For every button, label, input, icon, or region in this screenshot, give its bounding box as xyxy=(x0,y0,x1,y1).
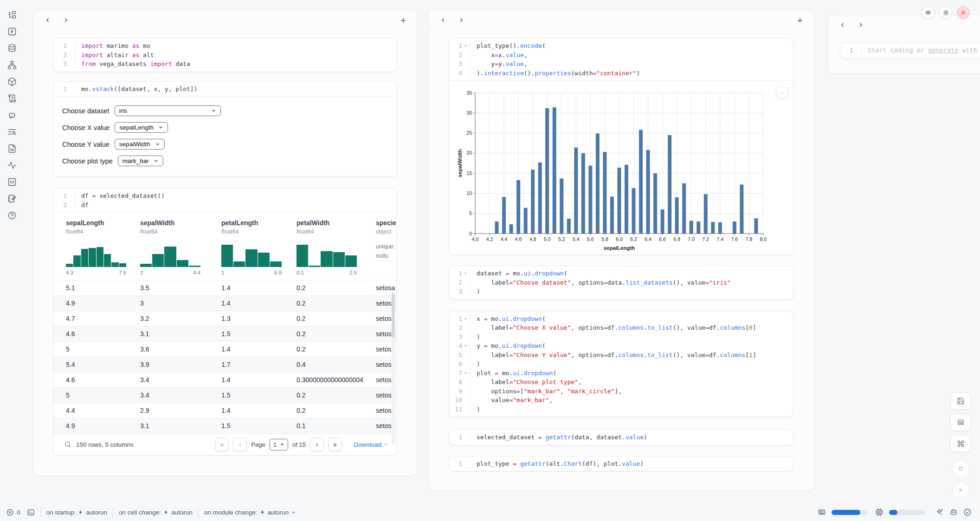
table-cell: 5 xyxy=(66,391,140,399)
tracing-activity-icon[interactable] xyxy=(7,161,17,170)
choose-x-value-select[interactable]: sepalLength xyxy=(115,122,168,133)
fold-chevron-icon[interactable] xyxy=(463,343,469,349)
code-editor[interactable]: 1234567891011 x = mo.ui.dropdown( label=… xyxy=(449,312,793,417)
code-editor[interactable]: 1 selected_dataset = getattr(data, datas… xyxy=(449,430,793,445)
code-lines[interactable]: selected_dataset = getattr(data, dataset… xyxy=(471,433,793,442)
column-name[interactable]: sepalWidth xyxy=(140,219,221,227)
chevron-left-icon[interactable] xyxy=(837,20,847,30)
table-cell: 1.4 xyxy=(221,300,297,307)
page-select[interactable]: 1 xyxy=(270,439,288,450)
table-row[interactable]: 5.43.91.70.4setosa xyxy=(54,357,396,372)
bar xyxy=(618,168,621,234)
chevron-left-icon[interactable] xyxy=(438,15,448,26)
code-editor[interactable]: 123 import marimo as moimport altair as … xyxy=(54,39,396,72)
code-lines[interactable]: plot_type = getattr(alt.Chart(df), plot.… xyxy=(471,459,793,469)
save-icon[interactable] xyxy=(950,392,971,410)
layout-grid-icon[interactable] xyxy=(950,414,971,431)
table-row[interactable]: 4.931.40.2setosa xyxy=(54,295,396,311)
download-button[interactable]: Download xyxy=(354,441,388,448)
on-cell-change-setting[interactable]: on cell change: autorun xyxy=(119,509,193,516)
dependency-graph-icon[interactable] xyxy=(7,60,17,70)
settings-gear-icon[interactable] xyxy=(939,6,952,19)
code-cell-selected-dataset: 1 selected_dataset = getattr(data, datas… xyxy=(449,430,793,445)
package-box-icon[interactable] xyxy=(7,77,17,86)
chat-bot-icon[interactable] xyxy=(7,111,17,120)
scratchpad-icon[interactable] xyxy=(7,194,17,203)
fold-chevron-icon[interactable] xyxy=(463,270,469,276)
choose-plot-type-select[interactable]: mark_bar xyxy=(118,156,163,166)
ai-sparkles-icon[interactable] xyxy=(935,508,944,516)
code-lines[interactable]: plot_type().encode( x=x.value, y=y.value… xyxy=(471,41,793,78)
chevron-right-icon[interactable] xyxy=(61,15,71,26)
chevron-right-icon[interactable] xyxy=(856,20,866,30)
table-row[interactable]: 4.93.11.50.1setosa xyxy=(54,418,396,433)
generate-link[interactable]: generate xyxy=(928,46,958,54)
table-row[interactable]: 4.63.11.50.2setosa xyxy=(54,326,396,341)
prev-page-button[interactable]: ‹ xyxy=(233,438,247,451)
table-row[interactable]: 4.63.41.40.30000000000000004setosa xyxy=(54,372,396,387)
choose-dataset-select[interactable]: iris xyxy=(115,105,221,116)
last-page-button[interactable]: » xyxy=(328,438,342,451)
column-name[interactable]: species xyxy=(376,219,396,227)
search-icon[interactable] xyxy=(64,441,71,448)
code-editor[interactable]: 123 dataset = mo.ui.dropdown( label="Cho… xyxy=(449,266,793,299)
fold-chevron-icon[interactable] xyxy=(463,370,469,376)
add-cell-icon[interactable] xyxy=(400,17,407,24)
stop-icon[interactable] xyxy=(952,460,969,477)
log-search-icon[interactable] xyxy=(7,127,17,137)
document-icon[interactable] xyxy=(7,144,17,153)
code-editor[interactable]: 1 plot_type = getattr(alt.Chart(df), plo… xyxy=(449,456,793,471)
scroll-icon[interactable] xyxy=(7,94,17,103)
run-all-icon[interactable] xyxy=(952,482,969,499)
file-tree-icon[interactable] xyxy=(7,10,17,20)
code-editor[interactable]: 1 Start coding or generate with xyxy=(840,43,980,58)
code-lines[interactable]: mo.vstack([dataset, x, y, plot]) xyxy=(75,85,396,94)
marimo-app: 123 import marimo as moimport altair as … xyxy=(0,0,980,521)
altair-chart[interactable]: 4.04.24.44.64.85.05.25.45.65.86.06.26.46… xyxy=(457,86,769,252)
help-icon[interactable] xyxy=(7,211,17,220)
chevron-left-icon[interactable] xyxy=(42,15,52,26)
page-of-label: of 15 xyxy=(292,441,306,448)
code-editor[interactable]: 1234 plot_type().encode( x=x.value, y=y.… xyxy=(449,39,793,80)
chevron-right-icon[interactable] xyxy=(456,15,466,26)
table-row[interactable]: 53.41.50.2setosa xyxy=(54,387,396,403)
choose-y-value-select[interactable]: sepalWidth xyxy=(115,139,165,150)
connection-check-icon[interactable] xyxy=(963,508,972,516)
line-numbers: 12 xyxy=(54,191,75,209)
fold-spacer xyxy=(463,280,469,286)
add-cell-icon[interactable] xyxy=(796,17,804,24)
code-editor[interactable]: 12 df = selected_dataset()df xyxy=(54,189,396,212)
close-icon[interactable] xyxy=(957,6,970,19)
table-scrollbar[interactable] xyxy=(392,293,395,444)
on-startup-setting[interactable]: on startup: autorun xyxy=(46,509,108,516)
column-name[interactable]: sepalLength xyxy=(66,219,140,227)
assistant-icon[interactable] xyxy=(949,508,958,516)
column-name[interactable]: petalLength xyxy=(221,219,297,227)
table-row[interactable]: 4.73.21.30.2setosa xyxy=(54,311,396,326)
code-lines[interactable]: df = selected_dataset()df xyxy=(75,191,396,209)
fold-chevron-icon[interactable] xyxy=(463,316,469,322)
command-icon[interactable] xyxy=(950,435,971,452)
menu-icon[interactable] xyxy=(922,6,935,19)
table-row[interactable]: 5.13.51.40.2setosa xyxy=(54,280,396,295)
column-name[interactable]: petalWidth xyxy=(297,219,376,227)
code-snippet-icon[interactable] xyxy=(7,177,17,187)
code-lines[interactable]: dataset = mo.ui.dropdown( label="Choose … xyxy=(471,269,793,296)
chart-menu-icon[interactable]: ⋯ xyxy=(776,86,788,99)
table-row[interactable]: 4.42.91.40.2setosa xyxy=(54,403,396,418)
code-editor[interactable]: 1 mo.vstack([dataset, x, y, plot]) xyxy=(54,82,396,97)
next-page-button[interactable]: › xyxy=(310,438,324,451)
database-icon[interactable] xyxy=(7,44,17,53)
fold-chevron-icon[interactable] xyxy=(463,43,469,49)
code-lines[interactable]: import marimo as moimport altair as altf… xyxy=(75,41,396,69)
function-square-icon[interactable] xyxy=(7,27,17,36)
error-count: 0 xyxy=(17,509,20,516)
errors-icon[interactable] xyxy=(6,508,14,516)
code-lines[interactable]: x = mo.ui.dropdown( label="Choose X valu… xyxy=(471,314,793,414)
first-page-button[interactable]: « xyxy=(215,438,229,451)
terminal-icon[interactable] xyxy=(27,508,35,516)
on-module-change-setting[interactable]: on module change: autorun xyxy=(204,509,297,516)
table-row[interactable]: 53.61.40.2setosa xyxy=(54,341,396,357)
code-lines[interactable]: Start coding or generate with xyxy=(862,46,980,55)
bar xyxy=(524,208,528,234)
